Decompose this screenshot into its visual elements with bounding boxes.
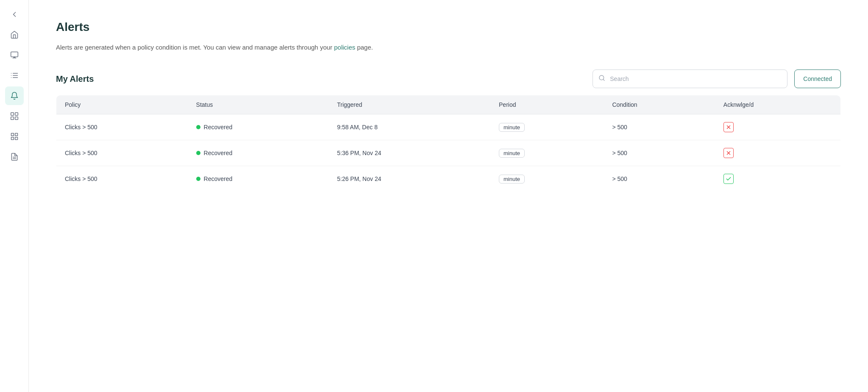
svg-rect-15 [15, 137, 17, 140]
table-row: Clicks > 500Recovered5:36 PM, Nov 24minu… [56, 140, 841, 166]
cell-status: Recovered [188, 114, 329, 140]
search-wrapper [593, 70, 787, 88]
col-acknowledged: Acknwlge/d [715, 95, 841, 114]
sidebar-item-alerts[interactable] [5, 86, 24, 105]
acknowledge-icon[interactable] [723, 174, 734, 184]
cell-period: minute [490, 166, 604, 192]
svg-rect-14 [11, 137, 14, 140]
period-badge: minute [499, 175, 525, 183]
sidebar-item-connections[interactable] [5, 107, 24, 125]
status-text: Recovered [204, 150, 233, 156]
alerts-section-title: My Alerts [56, 74, 94, 84]
table-header: Policy Status Triggered Period Condition… [56, 95, 841, 114]
col-policy: Policy [56, 95, 188, 114]
cell-triggered: 5:36 PM, Nov 24 [328, 140, 490, 166]
cell-period: minute [490, 140, 604, 166]
table-row: Clicks > 500Recovered9:58 AM, Dec 8minut… [56, 114, 841, 140]
cell-acknowledged [715, 140, 841, 166]
status-text: Recovered [204, 175, 233, 182]
svg-rect-0 [11, 52, 18, 57]
status-dot [196, 151, 200, 155]
acknowledge-icon[interactable] [723, 122, 734, 132]
sidebar [0, 0, 29, 392]
svg-rect-13 [15, 133, 17, 136]
table-body: Clicks > 500Recovered9:58 AM, Dec 8minut… [56, 114, 841, 192]
col-condition: Condition [604, 95, 715, 114]
period-badge: minute [499, 149, 525, 158]
col-period: Period [490, 95, 604, 114]
status-text: Recovered [204, 124, 233, 131]
cell-condition: > 500 [604, 166, 715, 192]
description-text-part1: Alerts are generated when a policy condi… [56, 44, 332, 51]
cell-condition: > 500 [604, 140, 715, 166]
cell-condition: > 500 [604, 114, 715, 140]
svg-rect-12 [11, 133, 14, 136]
col-status: Status [188, 95, 329, 114]
sidebar-item-monitor[interactable] [5, 46, 24, 64]
status-dot [196, 125, 200, 129]
alerts-header: My Alerts Connected [56, 70, 841, 88]
policies-link[interactable]: policies [334, 44, 355, 51]
sidebar-item-widgets[interactable] [5, 127, 24, 146]
sidebar-item-home[interactable] [5, 25, 24, 44]
main-content: Alerts Alerts are generated when a polic… [29, 0, 868, 392]
connected-button[interactable]: Connected [794, 70, 841, 88]
cell-acknowledged [715, 114, 841, 140]
sidebar-item-integrations[interactable] [5, 147, 24, 166]
table-row: Clicks > 500Recovered5:26 PM, Nov 24minu… [56, 166, 841, 192]
cell-triggered: 5:26 PM, Nov 24 [328, 166, 490, 192]
svg-rect-11 [15, 117, 18, 120]
page-title: Alerts [56, 20, 841, 34]
alerts-table: Policy Status Triggered Period Condition… [56, 95, 841, 192]
svg-rect-10 [11, 117, 14, 120]
sidebar-item-back[interactable] [5, 5, 24, 24]
cell-acknowledged [715, 166, 841, 192]
search-input[interactable] [593, 70, 787, 88]
cell-period: minute [490, 114, 604, 140]
cell-policy: Clicks > 500 [56, 166, 188, 192]
svg-rect-8 [11, 113, 14, 116]
cell-policy: Clicks > 500 [56, 114, 188, 140]
description-text-part2: page. [357, 44, 373, 51]
acknowledge-icon[interactable] [723, 148, 734, 158]
col-triggered: Triggered [328, 95, 490, 114]
svg-rect-9 [15, 113, 18, 116]
cell-status: Recovered [188, 166, 329, 192]
period-badge: minute [499, 123, 525, 132]
cell-policy: Clicks > 500 [56, 140, 188, 166]
cell-status: Recovered [188, 140, 329, 166]
page-description: Alerts are generated when a policy condi… [56, 42, 403, 53]
cell-triggered: 9:58 AM, Dec 8 [328, 114, 490, 140]
sidebar-item-list[interactable] [5, 66, 24, 85]
status-dot [196, 177, 200, 181]
alerts-controls: Connected [593, 70, 841, 88]
